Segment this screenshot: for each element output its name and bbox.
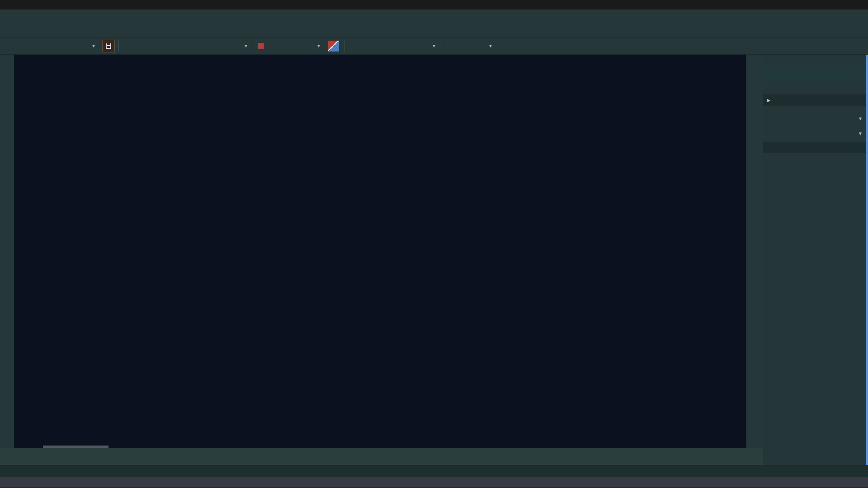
selection-filter-title [763, 142, 868, 153]
pcb-drawing[interactable] [14, 55, 746, 448]
presets-label [763, 106, 868, 113]
layer-dropdown[interactable]: ▼ [258, 43, 321, 49]
appearance-tabs [763, 66, 868, 82]
layer-pair-icon[interactable] [328, 41, 339, 52]
appearance-title [763, 55, 868, 66]
via-size-dropdown[interactable]: ▼ [123, 43, 248, 48]
track-width-value-dropdown[interactable]: ▼ [350, 43, 436, 48]
right-toolbar [746, 55, 763, 448]
layer-color-swatch [258, 43, 264, 49]
taskbar [0, 477, 868, 488]
layer-display-options[interactable]: ▶ [763, 94, 868, 106]
settings-toolbar: ▼ ▼ ▼ ▼ ▼ [0, 38, 868, 55]
menubar [0, 9, 868, 20]
track-posture-icon[interactable] [102, 40, 115, 52]
zoom-dropdown[interactable]: ▼ [448, 43, 493, 48]
left-toolbar [0, 55, 14, 448]
window-titlebar [0, 0, 868, 9]
status-bar [0, 465, 868, 477]
presets-dropdown[interactable]: ▼ [763, 113, 868, 121]
selection-filter-grid [763, 153, 868, 212]
pcb-canvas[interactable] [14, 55, 746, 448]
track-width-dropdown[interactable]: ▼ [7, 43, 96, 48]
main-toolbar [0, 20, 868, 38]
viewports-label [763, 121, 868, 127]
viewports-dropdown[interactable]: ▼ [763, 127, 868, 136]
appearance-panel: ▶ ▼ ▼ [763, 55, 868, 465]
panel-scrollbar[interactable] [866, 55, 868, 465]
message-panel [0, 448, 763, 465]
